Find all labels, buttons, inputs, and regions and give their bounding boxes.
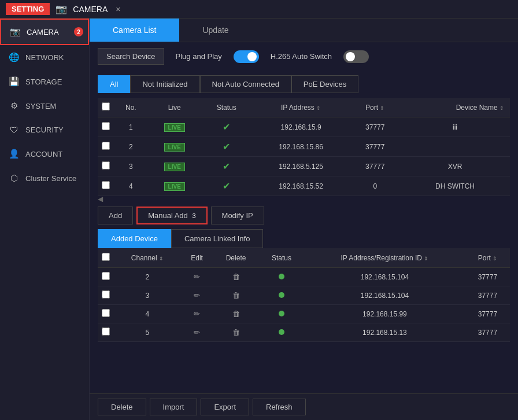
filter-poe-devices[interactable]: PoE Devices — [291, 75, 358, 93]
col-no: No. — [114, 98, 148, 117]
sidebar-item-storage[interactable]: 💾 STORAGE — [0, 69, 89, 94]
b-row3-cb[interactable] — [102, 309, 110, 317]
refresh-button[interactable]: Refresh — [253, 399, 306, 415]
delete-button[interactable]: Delete — [98, 399, 146, 415]
row3-name: XVR — [400, 157, 510, 176]
camera-icon: 📷 — [56, 3, 67, 14]
row1-checkbox[interactable] — [102, 122, 110, 130]
camera-sidebar-icon: 📷 — [9, 27, 21, 37]
sidebar-security-label: SECURITY — [25, 126, 64, 134]
filter-not-initialized[interactable]: Not Initialized — [130, 75, 199, 93]
select-all-checkbox[interactable] — [102, 102, 110, 110]
sidebar-camera-label: CAMERA — [27, 28, 59, 36]
tab-camera-linked-info[interactable]: Camera Linked Info — [171, 229, 263, 248]
row3-ip: 192.168.5.125 — [252, 157, 350, 176]
edit-row3-button[interactable]: ✏ — [194, 310, 200, 318]
row2-checkbox[interactable] — [102, 142, 110, 150]
sidebar-cluster-label: Cluster Service — [25, 174, 76, 183]
added-device-table-wrap: Channel ⇕ Edit Delete Status IP Address/… — [90, 248, 518, 393]
setting-button[interactable]: SETTING — [6, 3, 50, 15]
tab-update[interactable]: Update — [179, 19, 251, 42]
sidebar-system-label: SYSTEM — [25, 102, 56, 110]
b-row4-port: 37777 — [465, 323, 510, 342]
row3-port: 37777 — [350, 157, 400, 176]
b-row2-ch: 3 — [114, 286, 181, 305]
b-row1-cb[interactable] — [102, 272, 110, 280]
plug-and-play-toggle[interactable] — [234, 50, 259, 63]
delete-row2-button[interactable]: 🗑 — [232, 291, 240, 300]
row2-ip: 192.168.15.86 — [252, 137, 350, 157]
delete-row1-button[interactable]: 🗑 — [232, 272, 240, 281]
scroll-row: ◀ — [90, 196, 518, 202]
b-row4-status — [279, 329, 284, 335]
manual-add-label: Manual Add — [148, 211, 188, 220]
sidebar-item-account[interactable]: 👤 ACCOUNT — [0, 142, 89, 166]
sidebar-network-label: NETWORK — [25, 53, 64, 62]
col-ip: IP Address ⇕ — [252, 98, 350, 117]
export-button[interactable]: Export — [201, 399, 249, 415]
sidebar-item-network[interactable]: 🌐 NETWORK — [0, 45, 89, 69]
close-icon[interactable]: × — [116, 5, 120, 14]
tab-camera-list[interactable]: Camera List — [90, 19, 179, 42]
delete-row3-button[interactable]: 🗑 — [232, 310, 240, 318]
search-device-button[interactable]: Search Device — [98, 48, 164, 65]
modify-ip-button[interactable]: Modify IP — [211, 207, 264, 224]
row4-live[interactable]: LIVE — [164, 182, 185, 191]
import-button[interactable]: Import — [150, 399, 198, 415]
account-icon: 👤 — [8, 149, 20, 159]
col-live: Live — [148, 98, 201, 117]
row2-status: ✔ — [223, 142, 230, 152]
row3-no: 3 — [114, 157, 148, 176]
ip-sort-icon: ⇕ — [316, 105, 321, 111]
edit-row4-button[interactable]: ✏ — [194, 328, 200, 337]
b-row3-ip: 192.168.15.99 — [304, 305, 465, 323]
sidebar-account-label: ACCOUNT — [25, 150, 62, 159]
bottom-select-all[interactable] — [102, 253, 110, 261]
row3-checkbox[interactable] — [102, 161, 110, 170]
col-port2: Port ⇕ — [465, 248, 510, 268]
filter-all[interactable]: All — [98, 75, 130, 93]
table-row: 4 LIVE ✔ 192.168.15.52 0 DH SWITCH — [98, 176, 510, 196]
plug-play-slider — [234, 50, 259, 63]
b-row3-port: 37777 — [465, 305, 510, 323]
row4-name: DH SWITCH — [400, 176, 510, 196]
section-tabs: Added Device Camera Linked Info — [90, 229, 518, 248]
device-table: No. Live Status IP Address ⇕ Port ⇕ Devi… — [98, 98, 510, 196]
filter-bar: All Not Initialized Not Auto Connected P… — [90, 71, 518, 98]
top-bar-title: CAMERA — [73, 5, 108, 14]
delete-row4-button[interactable]: 🗑 — [232, 328, 240, 337]
row1-status: ✔ — [223, 122, 230, 132]
row1-live[interactable]: LIVE — [164, 123, 185, 132]
row4-checkbox[interactable] — [102, 181, 110, 189]
manual-add-badge: 3 — [192, 212, 195, 219]
sidebar-item-cluster[interactable]: ⬡ Cluster Service — [0, 166, 89, 190]
row2-no: 2 — [114, 137, 148, 157]
b-row2-status — [279, 292, 284, 298]
h265-toggle[interactable] — [343, 50, 369, 63]
main-layout: 📷 CAMERA 2 🌐 NETWORK 💾 STORAGE ⚙ SYSTEM … — [0, 19, 518, 420]
b-row4-ch: 5 — [114, 323, 181, 342]
tab-added-device[interactable]: Added Device — [98, 229, 171, 248]
b-row2-cb[interactable] — [102, 290, 110, 299]
row2-port: 37777 — [350, 137, 400, 157]
main-content: Camera List Update Search Device Plug an… — [90, 19, 518, 420]
row2-name — [400, 137, 510, 157]
edit-row1-button[interactable]: ✏ — [194, 272, 200, 281]
col-status: Status — [259, 248, 304, 268]
row4-no: 4 — [114, 176, 148, 196]
filter-not-auto-connected[interactable]: Not Auto Connected — [200, 75, 291, 93]
add-button[interactable]: Add — [98, 207, 133, 224]
sidebar-item-system[interactable]: ⚙ SYSTEM — [0, 94, 89, 118]
col-status: Status — [201, 98, 252, 117]
b-row3-status — [279, 311, 284, 316]
edit-row2-button[interactable]: ✏ — [194, 291, 200, 300]
row4-status: ✔ — [223, 181, 230, 191]
b-row4-cb[interactable] — [102, 327, 110, 336]
manual-add-button[interactable]: Manual Add 3 — [136, 207, 207, 224]
row3-status: ✔ — [223, 161, 230, 171]
row3-live[interactable]: LIVE — [164, 163, 185, 171]
row2-live[interactable]: LIVE — [164, 143, 185, 152]
h265-slider — [343, 50, 369, 63]
sidebar-item-security[interactable]: 🛡 SECURITY — [0, 118, 89, 142]
sidebar-item-camera[interactable]: 📷 CAMERA 2 — [0, 19, 89, 45]
